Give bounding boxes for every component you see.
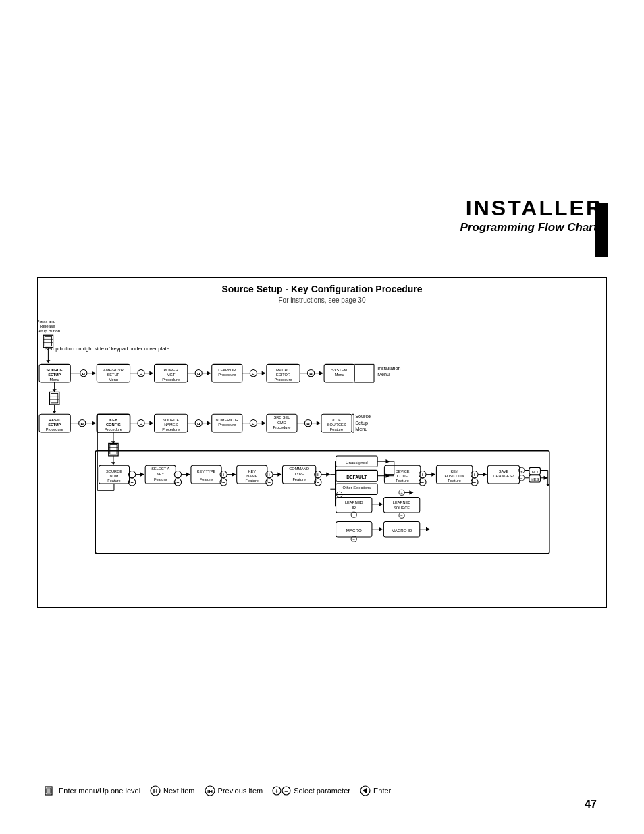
svg-text:+: + bbox=[268, 473, 271, 478]
svg-marker-218 bbox=[483, 473, 487, 477]
svg-text:SRC SEL: SRC SEL bbox=[273, 415, 290, 419]
svg-text:Procedure: Procedure bbox=[105, 427, 122, 432]
svg-text:MACRO ID: MACRO ID bbox=[392, 528, 412, 533]
svg-text:+: + bbox=[275, 788, 279, 795]
svg-marker-83 bbox=[149, 421, 153, 425]
legend-enter-arrow: Enter bbox=[360, 785, 391, 796]
svg-marker-145 bbox=[186, 473, 190, 477]
svg-text:NAME: NAME bbox=[246, 474, 257, 478]
svg-text:Menu: Menu bbox=[109, 377, 118, 382]
svg-marker-65 bbox=[53, 411, 57, 413]
svg-text:−: − bbox=[285, 788, 288, 795]
select-icon: + − bbox=[272, 785, 291, 796]
svg-text:+: + bbox=[317, 473, 319, 478]
legend-next: H Next item bbox=[150, 785, 194, 796]
svg-text:Installation: Installation bbox=[377, 366, 400, 371]
svg-text:Feature: Feature bbox=[396, 479, 408, 483]
svg-text:Menu: Menu bbox=[355, 427, 367, 432]
svg-text:Procedure: Procedure bbox=[275, 377, 292, 382]
svg-text:SETUP: SETUP bbox=[48, 423, 61, 427]
svg-text:IR: IR bbox=[352, 506, 356, 510]
svg-marker-284 bbox=[363, 788, 367, 793]
svg-text:NAMES: NAMES bbox=[164, 423, 178, 427]
enter-legend-label: Enter menu/Up one level bbox=[59, 787, 140, 795]
installer-title: INSTALLER bbox=[460, 196, 603, 221]
svg-text:SOURCE: SOURCE bbox=[106, 469, 122, 473]
prev-icon: IH bbox=[205, 785, 215, 796]
svg-text:Other Selections: Other Selections bbox=[343, 486, 371, 490]
svg-text:H: H bbox=[153, 788, 158, 795]
svg-text:−: − bbox=[352, 537, 355, 542]
svg-marker-258 bbox=[379, 527, 383, 531]
flowchart-svg: Press and Release Setup Button Setup but… bbox=[38, 307, 606, 609]
svg-marker-252 bbox=[409, 490, 413, 494]
svg-text:CHANGES?: CHANGES? bbox=[493, 474, 514, 478]
svg-text:KEY: KEY bbox=[109, 418, 117, 422]
svg-marker-109 bbox=[317, 421, 321, 425]
svg-text:−: − bbox=[352, 513, 355, 517]
svg-text:COMMAND: COMMAND bbox=[289, 467, 309, 471]
svg-text:Menu: Menu bbox=[377, 372, 390, 377]
svg-rect-1 bbox=[45, 336, 51, 346]
svg-text:IH: IH bbox=[207, 789, 213, 795]
svg-text:MACRO: MACRO bbox=[346, 528, 362, 533]
svg-text:−: − bbox=[131, 480, 134, 486]
svg-marker-127 bbox=[111, 462, 115, 465]
next-legend-label: Next item bbox=[163, 787, 194, 795]
svg-text:SOURCES: SOURCES bbox=[327, 423, 346, 427]
svg-text:FUNCTION: FUNCTION bbox=[445, 474, 464, 478]
svg-text:SETUP: SETUP bbox=[107, 373, 120, 377]
svg-text:Menu: Menu bbox=[335, 373, 344, 377]
svg-text:+: + bbox=[473, 473, 476, 478]
svg-marker-262 bbox=[426, 527, 430, 531]
svg-text:SOURCE: SOURCE bbox=[394, 506, 410, 510]
svg-text:LEARNED: LEARNED bbox=[345, 500, 363, 504]
svg-text:H: H bbox=[197, 371, 200, 376]
svg-marker-74 bbox=[92, 421, 96, 425]
svg-marker-5 bbox=[46, 360, 50, 363]
svg-marker-40 bbox=[262, 371, 266, 375]
svg-text:KEY TYPE: KEY TYPE bbox=[197, 469, 216, 473]
svg-text:Menu: Menu bbox=[50, 377, 59, 382]
next-icon: H bbox=[150, 785, 161, 796]
enter-icon bbox=[44, 785, 56, 797]
page: INSTALLER Programming Flow Charts Source… bbox=[0, 0, 644, 834]
svg-text:NO: NO bbox=[532, 469, 538, 474]
svg-text:DEVICE: DEVICE bbox=[396, 469, 410, 473]
svg-text:Feature: Feature bbox=[154, 477, 167, 481]
svg-text:−: − bbox=[222, 480, 225, 486]
svg-text:Procedure: Procedure bbox=[218, 423, 236, 427]
svg-text:NUMERIC IR: NUMERIC IR bbox=[216, 418, 238, 422]
svg-text:CONFIG: CONFIG bbox=[106, 423, 121, 427]
svg-text:TYPE: TYPE bbox=[294, 472, 304, 476]
svg-marker-164 bbox=[277, 473, 281, 477]
enter-arrow-icon bbox=[360, 785, 371, 796]
svg-text:+: + bbox=[520, 469, 523, 473]
svg-text:+: + bbox=[421, 473, 424, 478]
svg-text:+: + bbox=[400, 490, 403, 495]
svg-text:EDITOR: EDITOR bbox=[276, 373, 290, 377]
svg-text:SAVE: SAVE bbox=[499, 469, 509, 473]
svg-text:Setup: Setup bbox=[355, 421, 368, 426]
svg-text:Procedure: Procedure bbox=[162, 427, 180, 432]
svg-marker-174 bbox=[326, 473, 330, 477]
svg-text:−: − bbox=[317, 480, 319, 486]
svg-text:Feature: Feature bbox=[246, 479, 259, 483]
svg-text:KEY: KEY bbox=[450, 469, 458, 473]
diagram-container: Source Setup - Key Configuration Procedu… bbox=[37, 277, 607, 608]
svg-text:SOURCE: SOURCE bbox=[47, 368, 63, 372]
svg-text:−: − bbox=[400, 513, 403, 518]
svg-text:H: H bbox=[140, 371, 143, 376]
svg-text:−: − bbox=[520, 476, 523, 481]
svg-text:NUM: NUM bbox=[110, 474, 119, 478]
svg-text:H: H bbox=[252, 421, 255, 426]
svg-rect-123 bbox=[110, 444, 117, 454]
svg-text:Unassigned: Unassigned bbox=[346, 460, 368, 465]
svg-text:H: H bbox=[197, 421, 200, 426]
svg-text:BASIC: BASIC bbox=[49, 418, 61, 422]
svg-text:LEARNED: LEARNED bbox=[393, 500, 411, 504]
setup-label2: Release bbox=[40, 323, 55, 328]
legend: Enter menu/Up one level H Next item IH P… bbox=[44, 785, 600, 797]
svg-text:−: − bbox=[473, 480, 476, 486]
svg-text:YES: YES bbox=[531, 477, 539, 481]
